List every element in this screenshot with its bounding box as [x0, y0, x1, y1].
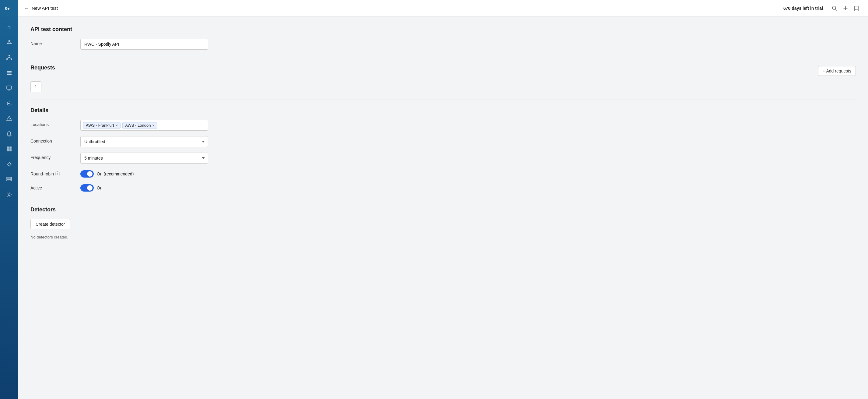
- request-number-badge[interactable]: 1: [30, 81, 41, 92]
- round-robin-label-wrapper: Round-robin i: [30, 169, 73, 176]
- bookmark-button[interactable]: [851, 3, 862, 14]
- sidebar-item-graph[interactable]: [2, 36, 16, 49]
- api-test-content-heading: API test content: [30, 26, 856, 33]
- round-robin-row: Round-robin i On (recommended): [30, 169, 856, 177]
- active-status: On: [97, 186, 102, 190]
- location-tag-london-label: AWS - London: [125, 123, 151, 127]
- requests-header: Requests + Add requests: [30, 64, 856, 77]
- trial-badge: 670 days left in trial: [783, 6, 823, 11]
- svg-rect-14: [7, 71, 11, 72]
- svg-line-12: [7, 57, 9, 58]
- page-title: New API test: [32, 5, 58, 11]
- locations-row: Locations AWS - Frankfurt × AWS - London…: [30, 120, 856, 131]
- add-button[interactable]: [840, 3, 851, 14]
- frequency-label: Frequency: [30, 152, 73, 160]
- details-heading: Details: [30, 107, 856, 114]
- main-area: ← New API test 670 days left in trial AP…: [18, 0, 868, 399]
- sidebar-item-storage[interactable]: [2, 173, 16, 186]
- svg-point-38: [8, 194, 10, 196]
- sidebar: S+ ⌂: [0, 0, 18, 399]
- frequency-row: Frequency 1 minute 5 minutes 10 minutes …: [30, 152, 856, 164]
- svg-rect-20: [7, 102, 11, 105]
- svg-rect-16: [7, 74, 11, 75]
- svg-rect-15: [7, 73, 11, 74]
- requests-heading: Requests: [30, 64, 55, 71]
- svg-point-33: [8, 163, 9, 164]
- svg-point-28: [9, 119, 9, 120]
- svg-rect-8: [8, 55, 10, 56]
- active-row: Active On: [30, 183, 856, 192]
- content-area: API test content Name Requests + Add req…: [18, 17, 868, 399]
- no-detectors-text: No detectors created.: [30, 235, 856, 239]
- name-input[interactable]: [80, 39, 208, 50]
- sidebar-item-settings[interactable]: [2, 188, 16, 201]
- connection-select[interactable]: Unthrottled Throttled Custom: [80, 136, 208, 147]
- sidebar-item-robot[interactable]: [2, 96, 16, 110]
- svg-text:S+: S+: [5, 6, 10, 11]
- connection-label: Connection: [30, 136, 73, 143]
- connection-row: Connection Unthrottled Throttled Custom: [30, 136, 856, 147]
- active-toggle[interactable]: [80, 184, 94, 192]
- round-robin-label: Round-robin: [30, 171, 54, 176]
- svg-rect-29: [7, 146, 9, 149]
- round-robin-toggle-wrapper: On (recommended): [80, 169, 134, 177]
- svg-line-6: [9, 41, 11, 43]
- name-row: Name: [30, 39, 856, 50]
- active-toggle-wrapper: On: [80, 183, 102, 192]
- sidebar-item-monitor[interactable]: [2, 81, 16, 95]
- search-button[interactable]: [829, 3, 840, 14]
- frequency-select[interactable]: 1 minute 5 minutes 10 minutes 15 minutes…: [80, 152, 208, 164]
- svg-point-2: [8, 40, 10, 41]
- location-tag-london-remove[interactable]: ×: [152, 123, 155, 127]
- detectors-heading: Detectors: [30, 206, 856, 213]
- svg-rect-30: [9, 146, 11, 149]
- back-button[interactable]: ← New API test: [24, 5, 58, 11]
- add-requests-button[interactable]: + Add requests: [818, 66, 856, 76]
- location-tag-frankfurt-remove[interactable]: ×: [116, 123, 118, 127]
- sidebar-item-tag[interactable]: [2, 158, 16, 171]
- sidebar-item-dashboard[interactable]: [2, 142, 16, 155]
- splunk-logo[interactable]: S+: [0, 0, 18, 17]
- round-robin-info-icon[interactable]: i: [55, 171, 60, 176]
- svg-point-24: [9, 101, 9, 102]
- svg-point-37: [10, 180, 11, 181]
- location-tag-frankfurt: AWS - Frankfurt ×: [83, 122, 121, 129]
- create-detector-button[interactable]: Create detector: [30, 219, 70, 229]
- sidebar-item-home[interactable]: ⌂: [2, 21, 16, 34]
- sidebar-item-bell[interactable]: [2, 127, 16, 140]
- svg-line-5: [8, 41, 9, 43]
- svg-rect-31: [7, 149, 9, 151]
- sidebar-item-hierarchy[interactable]: [2, 51, 16, 64]
- divider-2: [30, 99, 856, 100]
- location-tag-london: AWS - London ×: [122, 122, 157, 129]
- svg-line-40: [835, 9, 837, 10]
- svg-point-36: [10, 178, 11, 178]
- sidebar-item-list[interactable]: [2, 66, 16, 80]
- sidebar-item-alert[interactable]: [2, 112, 16, 125]
- header: ← New API test 670 days left in trial: [18, 0, 868, 17]
- svg-rect-10: [11, 58, 12, 60]
- svg-rect-9: [6, 58, 8, 60]
- locations-label: Locations: [30, 120, 73, 127]
- add-requests-label: + Add requests: [823, 68, 851, 74]
- svg-point-22: [9, 103, 10, 104]
- round-robin-status: On (recommended): [97, 171, 134, 176]
- svg-rect-17: [7, 86, 11, 89]
- divider-1: [30, 57, 856, 57]
- round-robin-toggle[interactable]: [80, 170, 94, 177]
- locations-input[interactable]: AWS - Frankfurt × AWS - London ×: [80, 120, 208, 131]
- location-tag-frankfurt-label: AWS - Frankfurt: [86, 123, 114, 127]
- svg-line-13: [9, 57, 11, 58]
- name-label: Name: [30, 39, 73, 46]
- active-label: Active: [30, 183, 73, 190]
- svg-rect-32: [9, 149, 11, 151]
- divider-3: [30, 199, 856, 199]
- back-arrow-icon: ←: [24, 5, 29, 11]
- svg-point-21: [8, 103, 9, 104]
